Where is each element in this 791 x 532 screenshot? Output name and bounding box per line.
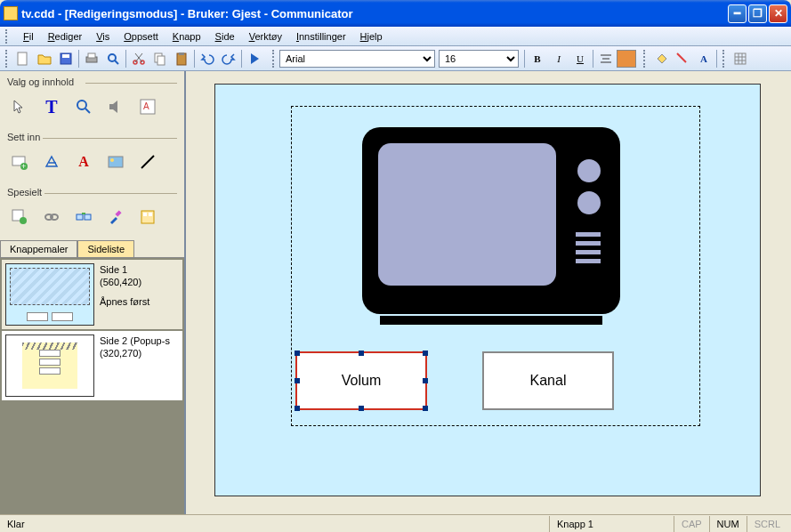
left-panel: Valg og innhold T A Sett inn + A Spesiel… [0,71,186,514]
insert-line-tool[interactable] [137,151,158,173]
titlebar: tv.cdd - [Redigeringsmodus] - Bruker: Gj… [0,0,791,27]
status-object: Knapp 1 [549,516,674,532]
minimize-button[interactable]: ━ [728,4,747,23]
underline-button[interactable]: U [570,49,590,69]
insert-button-tool[interactable]: + [9,151,30,173]
tab-sideliste[interactable]: Sideliste [77,240,134,257]
svg-line-6 [115,60,118,64]
status-scrl: SCRL [747,516,787,532]
sound-tool[interactable] [105,96,126,117]
svg-point-29 [110,158,114,162]
page-list: Side 1 (560,420) Åpnes først Side 2 (Pop… [0,258,184,514]
button-label: Volum [342,373,381,389]
text-color-button[interactable]: A [694,49,714,69]
button-label: Kanal [530,373,567,389]
page-item-2[interactable]: Side 2 (Popup-s (320,270) [2,331,182,400]
grip-icon [643,50,649,68]
nav-tool[interactable] [73,206,94,228]
grip-icon [272,50,278,68]
page-info: Side 2 (Popup-s (320,270) [100,335,170,397]
svg-rect-40 [149,213,152,216]
menu-rediger[interactable]: Rediger [41,29,90,44]
page-thumbnail [5,335,94,397]
grip-icon [5,50,11,68]
font-size-select[interactable]: 16 [439,50,519,68]
tab-knappemaler[interactable]: Knappemaler [0,240,77,257]
align-button[interactable] [596,49,616,69]
app-icon [4,6,18,20]
new-button[interactable] [13,49,33,69]
status-ready: Klar [4,519,549,529]
grid-button[interactable] [730,49,750,69]
redo-button[interactable] [219,49,238,69]
canvas[interactable]: Volum Kanal [214,84,761,496]
main-area: Valg og innhold T A Sett inn + A Spesiel… [0,71,791,514]
svg-rect-0 [18,52,27,65]
fill-bucket-button[interactable] [651,49,671,69]
svg-line-22 [85,109,90,113]
page-thumbnail [5,263,94,326]
maximize-button[interactable]: ❐ [748,4,767,23]
page-item-1[interactable]: Side 1 (560,420) Åpnes først [2,260,182,329]
menu-oppsett[interactable]: Oppsett [117,29,165,44]
template-tool[interactable] [137,206,158,228]
zoom-tool[interactable] [73,96,94,117]
svg-rect-4 [88,53,95,58]
menu-fil[interactable]: Fil [16,29,41,44]
insert-image-tool[interactable] [105,151,126,173]
panel-label-settinn: Sett inn [7,132,177,142]
close-button[interactable]: ✕ [769,4,787,23]
italic-button[interactable]: I [549,49,569,69]
undo-button[interactable] [198,49,217,69]
canvas-button-volum[interactable]: Volum [295,351,427,410]
svg-rect-39 [143,213,147,216]
open-button[interactable] [35,49,54,69]
statusbar: Klar Knapp 1 CAP NUM SCRL [0,514,791,532]
fill-color-button[interactable] [617,50,636,68]
canvas-button-kanal[interactable]: Kanal [482,351,614,410]
line-color-button[interactable] [673,49,692,69]
play-button[interactable] [245,49,264,69]
svg-line-30 [141,156,154,168]
menu-innstillinger[interactable]: Innstillinger [289,29,353,44]
canvas-area: Volum Kanal [186,71,791,514]
svg-rect-12 [179,52,184,55]
status-cap: CAP [674,516,709,532]
toolbar: Arial 16 B I U A [0,46,791,71]
panel-tabs: Knappemaler Sideliste [0,240,184,258]
menu-hjelp[interactable]: Hjelp [353,29,390,44]
svg-rect-28 [109,157,123,167]
page-info: Side 1 (560,420) Åpnes først [100,263,149,326]
text-tool[interactable]: T [41,96,62,117]
preview-button[interactable] [103,49,123,69]
tv-graphic[interactable] [362,127,629,326]
svg-rect-2 [62,54,69,58]
svg-rect-16 [735,53,746,64]
insert-text-tool[interactable]: A [73,151,94,173]
print-button[interactable] [82,49,101,69]
richtext-tool[interactable]: A [137,96,158,117]
bold-button[interactable]: B [528,49,547,69]
insert-shape-tool[interactable] [41,151,62,173]
copy-button[interactable] [150,49,170,69]
eyedropper-tool[interactable] [105,206,126,228]
svg-point-32 [20,217,27,224]
cut-button[interactable] [129,49,149,69]
svg-rect-10 [157,56,165,65]
window-title: tv.cdd - [Redigeringsmodus] - Bruker: Gj… [21,7,728,20]
status-num: NUM [709,516,747,532]
link-tool[interactable] [41,206,62,228]
save-button[interactable] [56,49,76,69]
paste-button[interactable] [172,49,191,69]
menu-verktoy[interactable]: Verktøy [242,29,289,44]
grip-icon [722,50,728,68]
svg-rect-37 [115,210,121,216]
menubar: Fil Rediger Vis Oppsett Knapp Side Verkt… [0,27,791,46]
menu-knapp[interactable]: Knapp [165,29,208,44]
menu-side[interactable]: Side [208,29,242,44]
menu-vis[interactable]: Vis [89,29,117,44]
svg-text:A: A [143,101,149,111]
pointer-tool[interactable] [9,96,30,117]
font-select[interactable]: Arial [279,50,435,68]
special-add-tool[interactable] [9,206,30,228]
